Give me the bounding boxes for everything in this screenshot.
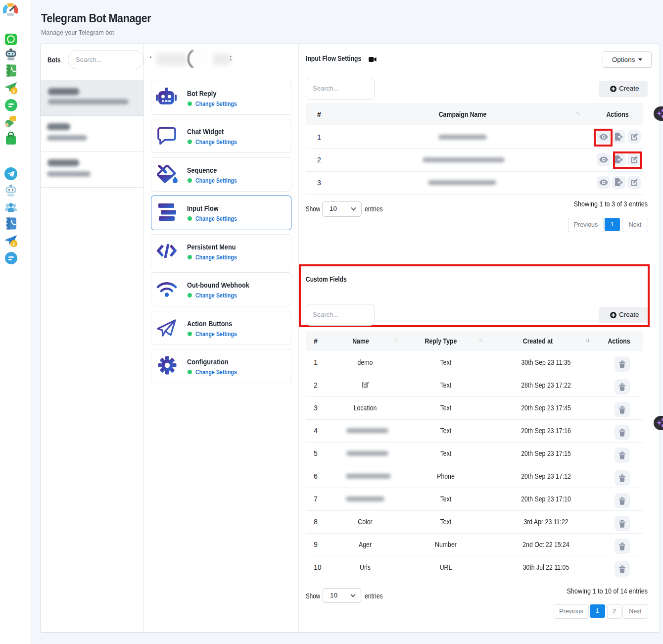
svg-text:1: 1 <box>12 89 15 94</box>
svg-text:1: 1 <box>12 242 15 247</box>
